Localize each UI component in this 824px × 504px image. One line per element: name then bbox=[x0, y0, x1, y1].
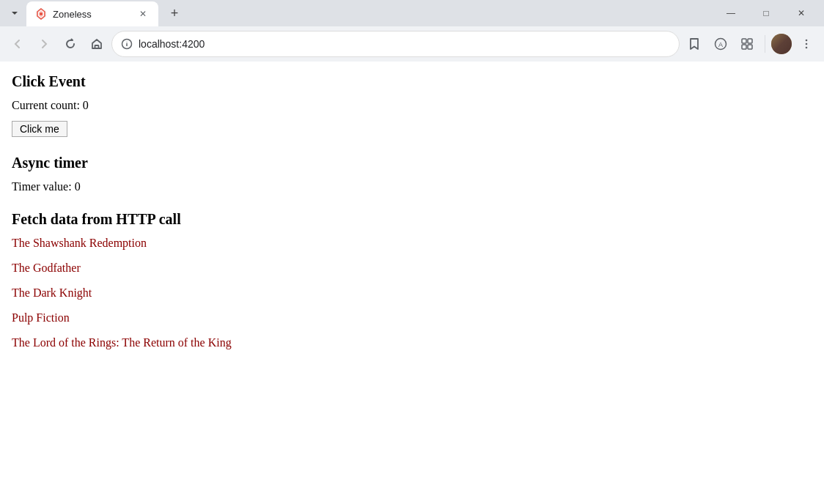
new-tab-button[interactable]: + bbox=[164, 3, 185, 23]
info-icon bbox=[121, 38, 133, 50]
bookmark-button[interactable] bbox=[683, 32, 706, 56]
click-me-button[interactable]: Click me bbox=[12, 121, 67, 137]
svg-rect-8 bbox=[742, 39, 746, 43]
page-content: Click Event Current count: 0 Click me As… bbox=[0, 62, 824, 504]
svg-rect-11 bbox=[748, 45, 752, 49]
toolbar-right: A bbox=[683, 32, 818, 56]
list-item: The Godfather bbox=[12, 262, 812, 275]
svg-point-14 bbox=[806, 47, 808, 49]
toolbar-divider bbox=[765, 35, 765, 53]
tab-favicon bbox=[35, 8, 47, 20]
list-item: The Lord of the Rings: The Return of the… bbox=[12, 336, 812, 349]
forward-button[interactable] bbox=[32, 32, 56, 56]
svg-rect-9 bbox=[748, 39, 752, 43]
maximize-button[interactable]: □ bbox=[749, 1, 783, 25]
async-timer-title: Async timer bbox=[12, 155, 812, 171]
avatar[interactable] bbox=[771, 34, 792, 54]
tab-close-button[interactable]: ✕ bbox=[136, 7, 150, 21]
home-button[interactable] bbox=[85, 32, 108, 56]
toolbar: localhost:4200 A bbox=[0, 26, 824, 62]
reload-button[interactable] bbox=[59, 32, 82, 56]
svg-point-12 bbox=[806, 40, 808, 42]
fetch-data-title: Fetch data from HTTP call bbox=[12, 211, 812, 228]
menu-button[interactable] bbox=[795, 32, 818, 56]
account-button[interactable]: A bbox=[709, 32, 732, 56]
current-count: Current count: 0 bbox=[12, 99, 812, 112]
active-tab[interactable]: Zoneless ✕ bbox=[26, 1, 158, 26]
click-event-title: Click Event bbox=[12, 73, 812, 90]
svg-point-1 bbox=[40, 12, 43, 15]
svg-text:A: A bbox=[718, 41, 723, 48]
avatar-image bbox=[771, 34, 792, 54]
back-button[interactable] bbox=[6, 32, 29, 56]
titlebar-left: Zoneless ✕ + bbox=[6, 1, 185, 26]
close-button[interactable]: ✕ bbox=[784, 1, 818, 25]
svg-rect-2 bbox=[95, 45, 99, 48]
svg-rect-10 bbox=[742, 45, 746, 49]
svg-point-5 bbox=[126, 42, 127, 42]
tab-title: Zoneless bbox=[53, 9, 130, 20]
minimize-button[interactable]: — bbox=[714, 1, 748, 25]
list-item: The Dark Knight bbox=[12, 286, 812, 300]
list-item: The Shawshank Redemption bbox=[12, 237, 812, 250]
svg-point-13 bbox=[806, 43, 808, 45]
address-text: localhost:4200 bbox=[139, 38, 670, 50]
titlebar: Zoneless ✕ + — □ ✕ bbox=[0, 0, 824, 26]
movie-list: The Shawshank RedemptionThe GodfatherThe… bbox=[12, 237, 812, 349]
window-controls: — □ ✕ bbox=[714, 1, 818, 25]
timer-value: Timer value: 0 bbox=[12, 180, 812, 193]
tab-dropdown-button[interactable] bbox=[6, 4, 23, 22]
extensions-button[interactable] bbox=[735, 32, 759, 56]
address-bar[interactable]: localhost:4200 bbox=[111, 31, 680, 57]
list-item: Pulp Fiction bbox=[12, 311, 812, 325]
